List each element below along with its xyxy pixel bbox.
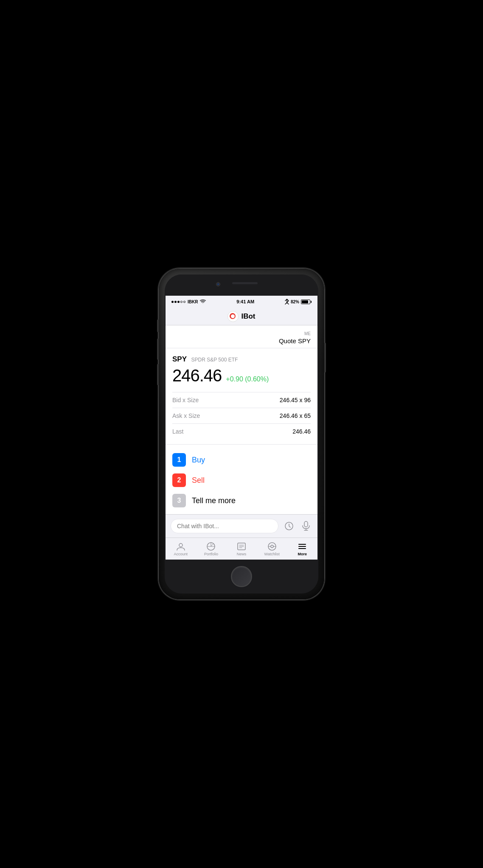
last-label: Last <box>172 428 183 435</box>
tab-news[interactable]: News <box>226 538 257 560</box>
carrier-label: IBKR <box>188 300 198 304</box>
tab-more-label: More <box>298 552 307 556</box>
watchlist-icon <box>267 542 277 551</box>
svg-line-7 <box>211 544 213 546</box>
phone-top-bar <box>165 274 318 296</box>
action-num-3: 3 <box>172 494 186 507</box>
volume-down-button[interactable] <box>157 364 159 385</box>
tab-account[interactable]: Account <box>166 538 196 560</box>
home-button[interactable] <box>231 566 252 587</box>
battery-icon <box>301 300 312 304</box>
chat-message: ME Quote SPY <box>166 325 317 348</box>
tab-portfolio[interactable]: Portfolio <box>196 538 227 560</box>
power-button[interactable] <box>324 343 326 372</box>
price-change: +0.90 (0.60%) <box>226 375 269 383</box>
action-num-2: 2 <box>172 473 186 487</box>
tab-portfolio-label: Portfolio <box>204 552 218 556</box>
signal-bars <box>171 301 185 303</box>
signal-dot-5 <box>183 301 185 303</box>
microphone-icon <box>302 521 310 531</box>
ask-row: Ask x Size 246.46 x 65 <box>172 408 311 423</box>
stock-price: 246.46 <box>172 366 222 385</box>
app-nav-bar: IBot <box>166 308 317 325</box>
status-left: IBKR <box>171 300 206 304</box>
action-num-1: 1 <box>172 453 186 467</box>
clock-icon <box>284 521 294 531</box>
mute-button[interactable] <box>157 319 159 332</box>
action-options: 1 Buy 2 Sell 3 Tell me more <box>166 445 317 514</box>
signal-dot-2 <box>174 301 177 303</box>
speaker <box>232 282 258 284</box>
microphone-button[interactable] <box>300 520 312 532</box>
app-title: IBot <box>241 312 255 321</box>
home-bar <box>165 560 318 594</box>
svg-point-13 <box>271 545 273 548</box>
chat-input[interactable] <box>171 519 278 533</box>
action-label-buy: Buy <box>192 456 205 465</box>
ask-value: 246.46 x 65 <box>280 412 311 419</box>
screen: IBKR 9:41 AM 82% <box>166 296 317 560</box>
ticker-symbol: SPY <box>172 355 187 363</box>
more-icon <box>298 542 307 551</box>
wifi-icon <box>200 300 206 304</box>
tab-news-label: News <box>237 552 247 556</box>
battery-pct-label: 82% <box>291 300 299 304</box>
bluetooth-icon <box>285 299 289 305</box>
quote-section: SPY SPDR S&P 500 ETF 246.46 +0.90 (0.60%… <box>166 348 317 445</box>
status-right: 82% <box>285 299 312 305</box>
action-more-info[interactable]: 3 Tell me more <box>172 494 311 507</box>
news-icon <box>237 542 246 551</box>
bid-label: Bid x Size <box>172 397 199 403</box>
message-sender: ME <box>172 331 311 336</box>
history-button[interactable] <box>283 520 295 532</box>
last-row: Last 246.46 <box>172 423 311 439</box>
volume-up-button[interactable] <box>157 339 159 360</box>
tab-watchlist-label: Watchlist <box>264 552 279 556</box>
app-logo <box>227 311 239 322</box>
account-icon <box>176 542 185 551</box>
phone-frame: IBKR 9:41 AM 82% <box>159 269 324 599</box>
portfolio-icon <box>206 542 216 551</box>
price-row: 246.46 +0.90 (0.60%) <box>172 366 311 385</box>
tab-bar: Account Portfolio <box>166 538 317 560</box>
ask-label: Ask x Size <box>172 412 200 419</box>
company-name: SPDR S&P 500 ETF <box>191 357 238 363</box>
tab-watchlist[interactable]: Watchlist <box>257 538 287 560</box>
quote-header: SPY SPDR S&P 500 ETF <box>172 355 311 364</box>
action-label-more: Tell me more <box>192 496 236 505</box>
phone-screen: IBKR 9:41 AM 82% <box>165 274 318 594</box>
last-value: 246.46 <box>292 428 311 435</box>
bid-row: Bid x Size 246.45 x 96 <box>172 392 311 408</box>
camera <box>216 282 220 286</box>
signal-dot-1 <box>171 301 174 303</box>
tab-account-label: Account <box>174 552 188 556</box>
action-sell[interactable]: 2 Sell <box>172 473 311 487</box>
time-display: 9:41 AM <box>236 299 254 304</box>
quote-details: Bid x Size 246.45 x 96 Ask x Size 246.46… <box>172 392 311 439</box>
action-label-sell: Sell <box>192 476 205 485</box>
bid-value: 246.45 x 96 <box>280 397 311 403</box>
signal-dot-3 <box>177 301 180 303</box>
signal-dot-4 <box>180 301 183 303</box>
svg-point-4 <box>179 543 183 547</box>
svg-rect-1 <box>304 521 308 527</box>
main-content: ME Quote SPY SPY SPDR S&P 500 ETF 246.46… <box>166 325 317 514</box>
message-text: Quote SPY <box>172 337 311 344</box>
tab-more[interactable]: More <box>287 538 317 560</box>
status-bar: IBKR 9:41 AM 82% <box>166 296 317 308</box>
chat-input-area <box>166 514 317 538</box>
action-buy[interactable]: 1 Buy <box>172 453 311 467</box>
